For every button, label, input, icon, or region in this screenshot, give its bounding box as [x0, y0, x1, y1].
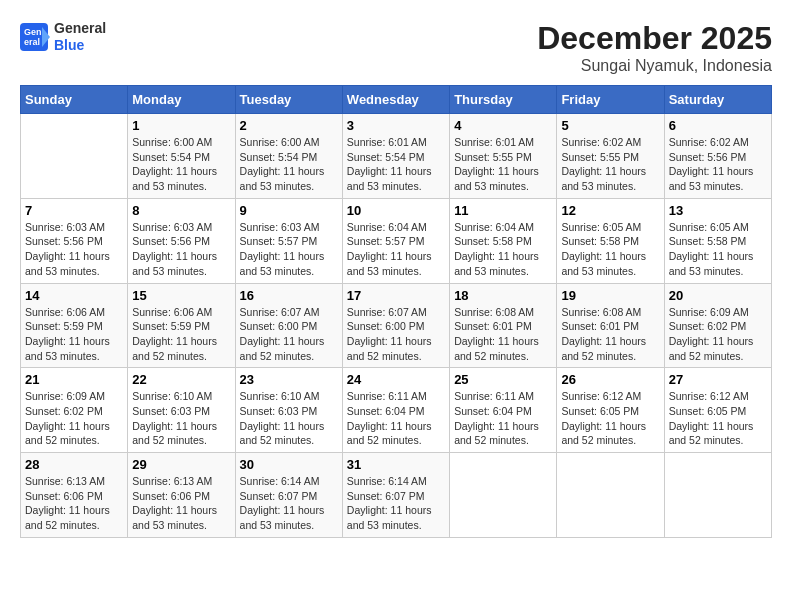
logo: Gen eral General Blue	[20, 20, 106, 54]
day-number: 5	[561, 118, 659, 133]
logo-text: General Blue	[54, 20, 106, 54]
calendar-cell: 18Sunrise: 6:08 AM Sunset: 6:01 PM Dayli…	[450, 283, 557, 368]
day-number: 6	[669, 118, 767, 133]
calendar-cell: 30Sunrise: 6:14 AM Sunset: 6:07 PM Dayli…	[235, 453, 342, 538]
calendar-cell: 31Sunrise: 6:14 AM Sunset: 6:07 PM Dayli…	[342, 453, 449, 538]
day-number: 15	[132, 288, 230, 303]
calendar-cell: 24Sunrise: 6:11 AM Sunset: 6:04 PM Dayli…	[342, 368, 449, 453]
day-info: Sunrise: 6:12 AM Sunset: 6:05 PM Dayligh…	[561, 389, 659, 448]
col-header-monday: Monday	[128, 86, 235, 114]
day-info: Sunrise: 6:08 AM Sunset: 6:01 PM Dayligh…	[561, 305, 659, 364]
day-info: Sunrise: 6:04 AM Sunset: 5:58 PM Dayligh…	[454, 220, 552, 279]
day-number: 11	[454, 203, 552, 218]
day-number: 12	[561, 203, 659, 218]
calendar-cell: 11Sunrise: 6:04 AM Sunset: 5:58 PM Dayli…	[450, 198, 557, 283]
day-number: 21	[25, 372, 123, 387]
day-number: 27	[669, 372, 767, 387]
day-number: 2	[240, 118, 338, 133]
day-info: Sunrise: 6:05 AM Sunset: 5:58 PM Dayligh…	[561, 220, 659, 279]
calendar-cell: 20Sunrise: 6:09 AM Sunset: 6:02 PM Dayli…	[664, 283, 771, 368]
day-info: Sunrise: 6:14 AM Sunset: 6:07 PM Dayligh…	[347, 474, 445, 533]
week-row-3: 14Sunrise: 6:06 AM Sunset: 5:59 PM Dayli…	[21, 283, 772, 368]
subtitle: Sungai Nyamuk, Indonesia	[537, 57, 772, 75]
day-number: 26	[561, 372, 659, 387]
calendar-cell: 5Sunrise: 6:02 AM Sunset: 5:55 PM Daylig…	[557, 114, 664, 199]
calendar-cell: 17Sunrise: 6:07 AM Sunset: 6:00 PM Dayli…	[342, 283, 449, 368]
day-number: 30	[240, 457, 338, 472]
day-info: Sunrise: 6:13 AM Sunset: 6:06 PM Dayligh…	[132, 474, 230, 533]
day-number: 18	[454, 288, 552, 303]
title-area: December 2025 Sungai Nyamuk, Indonesia	[537, 20, 772, 75]
day-number: 29	[132, 457, 230, 472]
day-info: Sunrise: 6:00 AM Sunset: 5:54 PM Dayligh…	[240, 135, 338, 194]
day-number: 19	[561, 288, 659, 303]
day-info: Sunrise: 6:02 AM Sunset: 5:56 PM Dayligh…	[669, 135, 767, 194]
logo-line2: Blue	[54, 37, 84, 53]
calendar-cell: 15Sunrise: 6:06 AM Sunset: 5:59 PM Dayli…	[128, 283, 235, 368]
svg-text:Gen: Gen	[24, 27, 42, 37]
calendar-cell	[664, 453, 771, 538]
day-info: Sunrise: 6:01 AM Sunset: 5:55 PM Dayligh…	[454, 135, 552, 194]
day-number: 13	[669, 203, 767, 218]
day-info: Sunrise: 6:10 AM Sunset: 6:03 PM Dayligh…	[240, 389, 338, 448]
col-header-tuesday: Tuesday	[235, 86, 342, 114]
calendar-cell: 9Sunrise: 6:03 AM Sunset: 5:57 PM Daylig…	[235, 198, 342, 283]
calendar-cell: 12Sunrise: 6:05 AM Sunset: 5:58 PM Dayli…	[557, 198, 664, 283]
day-number: 16	[240, 288, 338, 303]
calendar-cell: 19Sunrise: 6:08 AM Sunset: 6:01 PM Dayli…	[557, 283, 664, 368]
day-number: 1	[132, 118, 230, 133]
calendar-cell: 6Sunrise: 6:02 AM Sunset: 5:56 PM Daylig…	[664, 114, 771, 199]
day-info: Sunrise: 6:00 AM Sunset: 5:54 PM Dayligh…	[132, 135, 230, 194]
day-number: 20	[669, 288, 767, 303]
week-row-1: 1Sunrise: 6:00 AM Sunset: 5:54 PM Daylig…	[21, 114, 772, 199]
col-header-thursday: Thursday	[450, 86, 557, 114]
logo-line1: General	[54, 20, 106, 37]
calendar-cell: 29Sunrise: 6:13 AM Sunset: 6:06 PM Dayli…	[128, 453, 235, 538]
day-info: Sunrise: 6:12 AM Sunset: 6:05 PM Dayligh…	[669, 389, 767, 448]
day-info: Sunrise: 6:07 AM Sunset: 6:00 PM Dayligh…	[347, 305, 445, 364]
day-number: 3	[347, 118, 445, 133]
header: Gen eral General Blue December 2025 Sung…	[20, 20, 772, 75]
day-number: 14	[25, 288, 123, 303]
svg-text:eral: eral	[24, 37, 40, 47]
calendar-cell	[450, 453, 557, 538]
day-info: Sunrise: 6:11 AM Sunset: 6:04 PM Dayligh…	[347, 389, 445, 448]
calendar-cell: 8Sunrise: 6:03 AM Sunset: 5:56 PM Daylig…	[128, 198, 235, 283]
header-row: SundayMondayTuesdayWednesdayThursdayFrid…	[21, 86, 772, 114]
day-number: 31	[347, 457, 445, 472]
calendar-cell: 2Sunrise: 6:00 AM Sunset: 5:54 PM Daylig…	[235, 114, 342, 199]
calendar-cell: 16Sunrise: 6:07 AM Sunset: 6:00 PM Dayli…	[235, 283, 342, 368]
day-info: Sunrise: 6:09 AM Sunset: 6:02 PM Dayligh…	[25, 389, 123, 448]
week-row-2: 7Sunrise: 6:03 AM Sunset: 5:56 PM Daylig…	[21, 198, 772, 283]
day-number: 23	[240, 372, 338, 387]
calendar-cell: 26Sunrise: 6:12 AM Sunset: 6:05 PM Dayli…	[557, 368, 664, 453]
day-number: 8	[132, 203, 230, 218]
day-info: Sunrise: 6:03 AM Sunset: 5:56 PM Dayligh…	[25, 220, 123, 279]
day-info: Sunrise: 6:09 AM Sunset: 6:02 PM Dayligh…	[669, 305, 767, 364]
calendar-cell: 1Sunrise: 6:00 AM Sunset: 5:54 PM Daylig…	[128, 114, 235, 199]
day-number: 17	[347, 288, 445, 303]
calendar-cell: 7Sunrise: 6:03 AM Sunset: 5:56 PM Daylig…	[21, 198, 128, 283]
calendar-cell: 22Sunrise: 6:10 AM Sunset: 6:03 PM Dayli…	[128, 368, 235, 453]
day-info: Sunrise: 6:11 AM Sunset: 6:04 PM Dayligh…	[454, 389, 552, 448]
week-row-5: 28Sunrise: 6:13 AM Sunset: 6:06 PM Dayli…	[21, 453, 772, 538]
day-info: Sunrise: 6:10 AM Sunset: 6:03 PM Dayligh…	[132, 389, 230, 448]
day-info: Sunrise: 6:02 AM Sunset: 5:55 PM Dayligh…	[561, 135, 659, 194]
calendar-cell: 23Sunrise: 6:10 AM Sunset: 6:03 PM Dayli…	[235, 368, 342, 453]
day-info: Sunrise: 6:13 AM Sunset: 6:06 PM Dayligh…	[25, 474, 123, 533]
day-number: 7	[25, 203, 123, 218]
calendar-cell: 25Sunrise: 6:11 AM Sunset: 6:04 PM Dayli…	[450, 368, 557, 453]
calendar-cell: 28Sunrise: 6:13 AM Sunset: 6:06 PM Dayli…	[21, 453, 128, 538]
calendar-cell: 13Sunrise: 6:05 AM Sunset: 5:58 PM Dayli…	[664, 198, 771, 283]
day-info: Sunrise: 6:07 AM Sunset: 6:00 PM Dayligh…	[240, 305, 338, 364]
week-row-4: 21Sunrise: 6:09 AM Sunset: 6:02 PM Dayli…	[21, 368, 772, 453]
calendar-cell: 10Sunrise: 6:04 AM Sunset: 5:57 PM Dayli…	[342, 198, 449, 283]
calendar-cell	[21, 114, 128, 199]
day-info: Sunrise: 6:04 AM Sunset: 5:57 PM Dayligh…	[347, 220, 445, 279]
day-info: Sunrise: 6:03 AM Sunset: 5:56 PM Dayligh…	[132, 220, 230, 279]
day-number: 10	[347, 203, 445, 218]
day-info: Sunrise: 6:03 AM Sunset: 5:57 PM Dayligh…	[240, 220, 338, 279]
day-info: Sunrise: 6:14 AM Sunset: 6:07 PM Dayligh…	[240, 474, 338, 533]
col-header-saturday: Saturday	[664, 86, 771, 114]
day-info: Sunrise: 6:01 AM Sunset: 5:54 PM Dayligh…	[347, 135, 445, 194]
